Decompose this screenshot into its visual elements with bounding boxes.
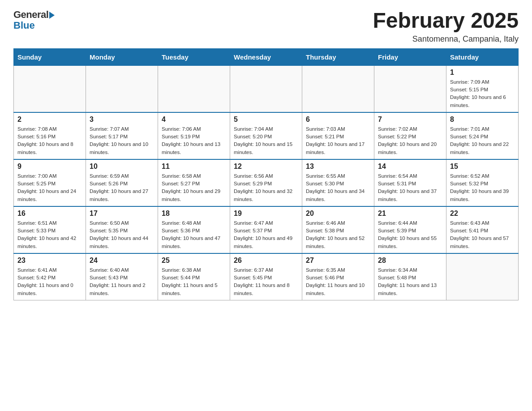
weekday-header-row: SundayMondayTuesdayWednesdayThursdayFrid… bbox=[14, 48, 519, 65]
day-info: Sunrise: 6:46 AMSunset: 5:38 PMDaylight:… bbox=[306, 219, 370, 250]
day-info: Sunrise: 6:43 AMSunset: 5:41 PMDaylight:… bbox=[450, 219, 515, 250]
weekday-header-monday: Monday bbox=[86, 48, 158, 65]
calendar-cell: 1Sunrise: 7:09 AMSunset: 5:15 PMDaylight… bbox=[446, 65, 519, 112]
day-number: 5 bbox=[234, 116, 298, 124]
day-number: 11 bbox=[162, 163, 226, 171]
calendar-cell: 26Sunrise: 6:37 AMSunset: 5:45 PMDayligh… bbox=[230, 253, 302, 300]
day-number: 18 bbox=[162, 210, 226, 218]
day-number: 15 bbox=[450, 163, 515, 171]
calendar-cell: 24Sunrise: 6:40 AMSunset: 5:43 PMDayligh… bbox=[86, 253, 158, 300]
calendar-cell: 8Sunrise: 7:01 AMSunset: 5:24 PMDaylight… bbox=[446, 112, 519, 159]
calendar-cell bbox=[302, 65, 374, 112]
day-info: Sunrise: 6:51 AMSunset: 5:33 PMDaylight:… bbox=[17, 219, 82, 250]
month-title: February 2025 bbox=[373, 9, 519, 33]
day-info: Sunrise: 7:06 AMSunset: 5:19 PMDaylight:… bbox=[162, 125, 226, 156]
day-number: 7 bbox=[378, 116, 442, 124]
calendar-cell: 25Sunrise: 6:38 AMSunset: 5:44 PMDayligh… bbox=[158, 253, 230, 300]
calendar-cell: 19Sunrise: 6:47 AMSunset: 5:37 PMDayligh… bbox=[230, 206, 302, 253]
day-number: 3 bbox=[90, 116, 154, 124]
day-number: 16 bbox=[17, 210, 82, 218]
calendar-table: SundayMondayTuesdayWednesdayThursdayFrid… bbox=[13, 48, 519, 300]
day-number: 22 bbox=[450, 210, 515, 218]
day-number: 10 bbox=[90, 163, 154, 171]
calendar-cell: 4Sunrise: 7:06 AMSunset: 5:19 PMDaylight… bbox=[158, 112, 230, 159]
calendar-cell bbox=[86, 65, 158, 112]
day-info: Sunrise: 7:03 AMSunset: 5:21 PMDaylight:… bbox=[306, 125, 370, 156]
day-number: 19 bbox=[234, 210, 298, 218]
calendar-cell: 5Sunrise: 7:04 AMSunset: 5:20 PMDaylight… bbox=[230, 112, 302, 159]
calendar-cell: 22Sunrise: 6:43 AMSunset: 5:41 PMDayligh… bbox=[446, 206, 519, 253]
calendar-cell bbox=[230, 65, 302, 112]
weekday-header-friday: Friday bbox=[374, 48, 446, 65]
week-row-5: 23Sunrise: 6:41 AMSunset: 5:42 PMDayligh… bbox=[14, 253, 519, 300]
day-number: 8 bbox=[450, 116, 515, 124]
weekday-header-wednesday: Wednesday bbox=[230, 48, 302, 65]
day-info: Sunrise: 6:35 AMSunset: 5:46 PMDaylight:… bbox=[306, 266, 370, 297]
day-number: 4 bbox=[162, 116, 226, 124]
calendar-cell: 6Sunrise: 7:03 AMSunset: 5:21 PMDaylight… bbox=[302, 112, 374, 159]
weekday-header-thursday: Thursday bbox=[302, 48, 374, 65]
day-info: Sunrise: 7:00 AMSunset: 5:25 PMDaylight:… bbox=[17, 172, 82, 203]
day-info: Sunrise: 6:38 AMSunset: 5:44 PMDaylight:… bbox=[162, 266, 226, 297]
calendar-cell: 10Sunrise: 6:59 AMSunset: 5:26 PMDayligh… bbox=[86, 159, 158, 206]
day-number: 20 bbox=[306, 210, 370, 218]
day-number: 6 bbox=[306, 116, 370, 124]
calendar-cell: 18Sunrise: 6:48 AMSunset: 5:36 PMDayligh… bbox=[158, 206, 230, 253]
day-info: Sunrise: 6:48 AMSunset: 5:36 PMDaylight:… bbox=[162, 219, 226, 250]
day-number: 25 bbox=[162, 257, 226, 265]
title-area: February 2025 Santomenna, Campania, Ital… bbox=[373, 9, 519, 44]
calendar-cell: 14Sunrise: 6:54 AMSunset: 5:31 PMDayligh… bbox=[374, 159, 446, 206]
calendar-cell bbox=[158, 65, 230, 112]
calendar-cell: 20Sunrise: 6:46 AMSunset: 5:38 PMDayligh… bbox=[302, 206, 374, 253]
day-number: 23 bbox=[17, 257, 82, 265]
day-number: 9 bbox=[17, 163, 82, 171]
day-number: 2 bbox=[17, 116, 82, 124]
calendar-cell: 2Sunrise: 7:08 AMSunset: 5:16 PMDaylight… bbox=[14, 112, 86, 159]
calendar-cell: 11Sunrise: 6:58 AMSunset: 5:27 PMDayligh… bbox=[158, 159, 230, 206]
day-info: Sunrise: 6:50 AMSunset: 5:35 PMDaylight:… bbox=[90, 219, 154, 250]
calendar-cell: 21Sunrise: 6:44 AMSunset: 5:39 PMDayligh… bbox=[374, 206, 446, 253]
week-row-2: 2Sunrise: 7:08 AMSunset: 5:16 PMDaylight… bbox=[14, 112, 519, 159]
week-row-4: 16Sunrise: 6:51 AMSunset: 5:33 PMDayligh… bbox=[14, 206, 519, 253]
location: Santomenna, Campania, Italy bbox=[373, 34, 519, 44]
day-number: 14 bbox=[378, 163, 442, 171]
day-number: 17 bbox=[90, 210, 154, 218]
day-info: Sunrise: 6:58 AMSunset: 5:27 PMDaylight:… bbox=[162, 172, 226, 203]
day-number: 28 bbox=[378, 257, 442, 265]
week-row-1: 1Sunrise: 7:09 AMSunset: 5:15 PMDaylight… bbox=[14, 65, 519, 112]
calendar-cell: 7Sunrise: 7:02 AMSunset: 5:22 PMDaylight… bbox=[374, 112, 446, 159]
week-row-3: 9Sunrise: 7:00 AMSunset: 5:25 PMDaylight… bbox=[14, 159, 519, 206]
day-info: Sunrise: 6:34 AMSunset: 5:48 PMDaylight:… bbox=[378, 266, 442, 297]
day-info: Sunrise: 7:07 AMSunset: 5:17 PMDaylight:… bbox=[90, 125, 154, 156]
day-number: 13 bbox=[306, 163, 370, 171]
weekday-header-saturday: Saturday bbox=[446, 48, 519, 65]
weekday-header-sunday: Sunday bbox=[14, 48, 86, 65]
day-info: Sunrise: 7:08 AMSunset: 5:16 PMDaylight:… bbox=[17, 125, 82, 156]
day-number: 1 bbox=[450, 68, 515, 77]
calendar-cell bbox=[374, 65, 446, 112]
logo-blue-text: Blue bbox=[13, 20, 35, 31]
day-number: 21 bbox=[378, 210, 442, 218]
calendar-cell: 16Sunrise: 6:51 AMSunset: 5:33 PMDayligh… bbox=[14, 206, 86, 253]
calendar-cell: 3Sunrise: 7:07 AMSunset: 5:17 PMDaylight… bbox=[86, 112, 158, 159]
weekday-header-tuesday: Tuesday bbox=[158, 48, 230, 65]
day-info: Sunrise: 6:52 AMSunset: 5:32 PMDaylight:… bbox=[450, 172, 515, 203]
day-info: Sunrise: 6:47 AMSunset: 5:37 PMDaylight:… bbox=[234, 219, 298, 250]
calendar-cell: 27Sunrise: 6:35 AMSunset: 5:46 PMDayligh… bbox=[302, 253, 374, 300]
day-info: Sunrise: 7:02 AMSunset: 5:22 PMDaylight:… bbox=[378, 125, 442, 156]
day-number: 27 bbox=[306, 257, 370, 265]
day-number: 24 bbox=[90, 257, 154, 265]
calendar-cell bbox=[446, 253, 519, 300]
calendar-cell: 12Sunrise: 6:56 AMSunset: 5:29 PMDayligh… bbox=[230, 159, 302, 206]
calendar-cell: 9Sunrise: 7:00 AMSunset: 5:25 PMDaylight… bbox=[14, 159, 86, 206]
calendar-cell: 23Sunrise: 6:41 AMSunset: 5:42 PMDayligh… bbox=[14, 253, 86, 300]
calendar-cell: 28Sunrise: 6:34 AMSunset: 5:48 PMDayligh… bbox=[374, 253, 446, 300]
day-info: Sunrise: 7:01 AMSunset: 5:24 PMDaylight:… bbox=[450, 125, 515, 156]
day-info: Sunrise: 6:54 AMSunset: 5:31 PMDaylight:… bbox=[378, 172, 442, 203]
logo: General Blue bbox=[13, 9, 55, 31]
day-info: Sunrise: 6:56 AMSunset: 5:29 PMDaylight:… bbox=[234, 172, 298, 203]
day-info: Sunrise: 6:41 AMSunset: 5:42 PMDaylight:… bbox=[17, 266, 82, 297]
day-info: Sunrise: 6:40 AMSunset: 5:43 PMDaylight:… bbox=[90, 266, 154, 297]
calendar-cell: 15Sunrise: 6:52 AMSunset: 5:32 PMDayligh… bbox=[446, 159, 519, 206]
day-info: Sunrise: 6:37 AMSunset: 5:45 PMDaylight:… bbox=[234, 266, 298, 297]
